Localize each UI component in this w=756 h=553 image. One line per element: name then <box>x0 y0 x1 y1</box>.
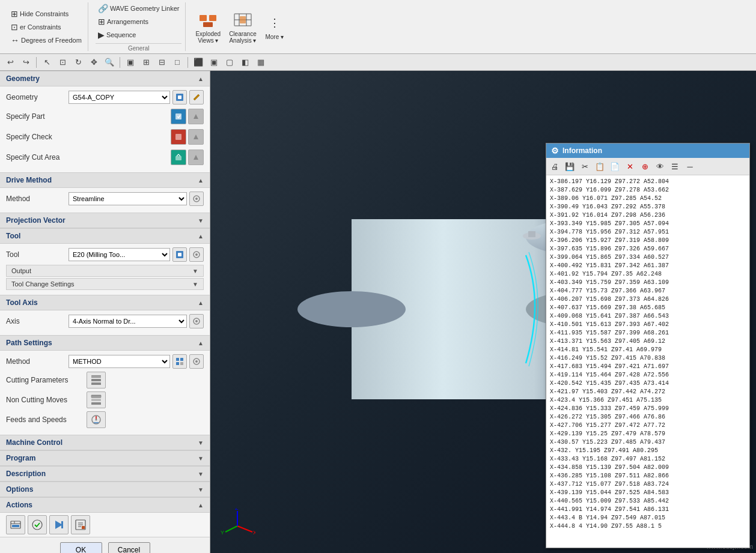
projection-title: Projection Vector <box>6 216 66 225</box>
info-save-btn[interactable]: 💾 <box>562 159 577 174</box>
cutting-params-btn[interactable] <box>87 372 106 388</box>
tool-content: Tool E20 (Milling Too... Output ▼ Tool C… <box>0 244 210 295</box>
options-section-header[interactable]: Options ▼ <box>0 482 210 497</box>
sequence-btn[interactable]: ▶ Sequence <box>96 29 182 41</box>
info-target-btn[interactable]: ⊕ <box>638 159 652 174</box>
wave-linker-btn[interactable]: 🔗 WAVE Geometry Linker <box>96 2 182 14</box>
output-subsection[interactable]: Output ▼ <box>6 265 204 277</box>
tb2-shading4[interactable]: ◧ <box>239 56 252 69</box>
action-post-btn[interactable] <box>71 515 90 534</box>
tool-edit-btn[interactable] <box>172 247 187 262</box>
tb2-view1[interactable]: ▣ <box>124 56 137 69</box>
info-minimize-btn[interactable]: ─ <box>683 159 697 174</box>
tool-axis-section-header[interactable]: Tool Axis ▲ <box>0 295 210 310</box>
info-scroll-btn[interactable]: ☰ <box>668 159 682 174</box>
info-cut-btn[interactable]: ✂ <box>578 159 592 174</box>
info-panel-content[interactable]: X-386.197 Y16.129 Z97.272 A52.804X-387.6… <box>546 175 749 548</box>
tb2-view3[interactable]: ⊟ <box>155 56 168 69</box>
info-settings-btn[interactable]: 👁 <box>653 159 667 174</box>
tb2-view2[interactable]: ⊞ <box>139 56 153 69</box>
tb2-view4[interactable]: □ <box>171 56 184 69</box>
tb2-zoom-fit[interactable]: ⊡ <box>56 56 69 69</box>
drive-method-select[interactable]: Streamline <box>69 192 187 205</box>
info-line: X-393.349 Y15.985 Z97.305 A57.094 <box>550 220 746 228</box>
tb2-pan[interactable]: ✥ <box>87 56 100 69</box>
viewport[interactable]: X Y Z www.3dsjw.com ⚙ Information 🖨 💾 ✂ … <box>210 71 756 553</box>
path-method-select[interactable]: METHOD <box>69 355 170 368</box>
info-paste-btn[interactable]: 📄 <box>608 159 622 174</box>
drive-method-chevron: ▲ <box>198 177 204 184</box>
info-line: X-387.629 Y16.099 Z97.278 A53.662 <box>550 186 746 195</box>
tb2-shading1[interactable]: ⬛ <box>192 56 205 69</box>
tool-settings-btn[interactable] <box>189 247 204 262</box>
axis-select[interactable]: 4-Axis Normal to Dr... <box>69 315 187 328</box>
specify-part-icons <box>171 109 204 124</box>
description-section-header[interactable]: Description ▼ <box>0 466 210 482</box>
action-simulate-btn[interactable] <box>49 515 69 534</box>
tool-select[interactable]: E20 (Milling Too... <box>69 248 170 261</box>
specify-cut-btn1[interactable] <box>171 150 186 165</box>
info-line: X-421.97 Y15.403 Z97.442 A74.272 <box>550 388 746 396</box>
drive-method-settings-btn[interactable] <box>189 192 204 206</box>
geometry-select-btn[interactable] <box>172 90 187 104</box>
action-generate-btn[interactable] <box>6 515 25 534</box>
svg-rect-33 <box>91 399 101 401</box>
info-line: X-416.249 Y15.52 Z97.415 A70.838 <box>550 354 746 363</box>
specify-cut-btn2[interactable] <box>188 150 204 165</box>
tb2-shading3[interactable]: ▢ <box>223 56 236 69</box>
specify-check-btn2[interactable] <box>188 129 204 145</box>
specify-part-btn1[interactable] <box>171 109 186 124</box>
path-settings-section-header[interactable]: Path Settings ▲ <box>0 335 210 351</box>
tool-section-header[interactable]: Tool ▲ <box>0 228 210 244</box>
info-copy-btn[interactable]: 📋 <box>593 159 607 174</box>
tb2-undo[interactable]: ↩ <box>4 56 17 69</box>
non-cutting-btn[interactable] <box>87 391 106 408</box>
more-btn[interactable]: ⋮ More ▾ <box>263 12 287 41</box>
feeds-speeds-row: Feeds and Speeds <box>6 411 204 428</box>
exploded-views-label: Exploded Views ▾ <box>195 31 221 44</box>
geometry-chevron: ▲ <box>198 76 204 82</box>
projection-section-header[interactable]: Projection Vector ▼ <box>0 213 210 228</box>
geometry-edit-btn[interactable] <box>189 90 204 104</box>
tb2-shading5[interactable]: ▦ <box>254 56 267 69</box>
svg-rect-21 <box>176 358 179 361</box>
specify-part-btn2[interactable] <box>188 109 204 124</box>
path-settings-btn[interactable] <box>189 354 204 369</box>
info-panel-toolbar: 🖨 💾 ✂ 📋 📄 ✕ ⊕ 👁 ☰ ─ <box>546 158 749 175</box>
path-method-row: Method METHOD <box>6 354 204 369</box>
info-print-btn[interactable]: 🖨 <box>547 159 562 174</box>
geometry-select[interactable]: G54-A_COPY <box>69 91 170 104</box>
cancel-button[interactable]: Cancel <box>108 542 150 553</box>
feeds-speeds-btn[interactable] <box>87 411 106 428</box>
svg-rect-23 <box>176 362 179 365</box>
specify-check-btn1[interactable] <box>171 129 186 145</box>
tb2-shading2[interactable]: ▣ <box>207 56 221 69</box>
actions-section-header[interactable]: Actions ▲ <box>0 497 210 513</box>
er-constraints-btn[interactable]: ⊡ er Constraints <box>8 21 84 33</box>
ok-button[interactable]: OK <box>60 542 102 553</box>
hide-constraints-btn[interactable]: ⊞ Hide Constraints <box>8 8 84 20</box>
tool-change-chevron: ▼ <box>192 281 198 288</box>
tb2-redo[interactable]: ↪ <box>19 56 32 69</box>
program-section-header[interactable]: Program ▼ <box>0 450 210 466</box>
arrangements-btn[interactable]: ⊞ Arrangements <box>96 16 182 28</box>
svg-line-58 <box>225 526 237 532</box>
info-close-btn[interactable]: ✕ <box>623 159 637 174</box>
tb2-select[interactable]: ↖ <box>40 56 53 69</box>
tb2-rotate[interactable]: ↻ <box>72 56 85 69</box>
tool-change-subsection[interactable]: Tool Change Settings ▼ <box>6 278 204 290</box>
axis-settings-btn[interactable] <box>189 314 204 328</box>
degrees-freedom-btn[interactable]: ↔ Degrees of Freedom <box>8 34 84 46</box>
tb2-zoom[interactable]: 🔍 <box>103 56 116 69</box>
clearance-analysis-btn[interactable]: Clearance Analysis ▾ <box>227 9 259 45</box>
exploded-views-btn[interactable]: Exploded Views ▾ <box>193 9 223 45</box>
action-verify-btn[interactable] <box>28 515 47 534</box>
info-line: X-400.492 Y15.831 Z97.342 A61.387 <box>550 262 746 270</box>
svg-rect-24 <box>180 362 183 365</box>
path-method-icon-btn[interactable] <box>172 354 187 369</box>
specify-check-icons <box>171 129 204 145</box>
geometry-section-header[interactable]: Geometry ▲ <box>0 71 210 86</box>
machine-control-section-header[interactable]: Machine Control ▼ <box>0 435 210 450</box>
svg-rect-55 <box>528 231 535 237</box>
drive-method-section-header[interactable]: Drive Method ▲ <box>0 172 210 188</box>
